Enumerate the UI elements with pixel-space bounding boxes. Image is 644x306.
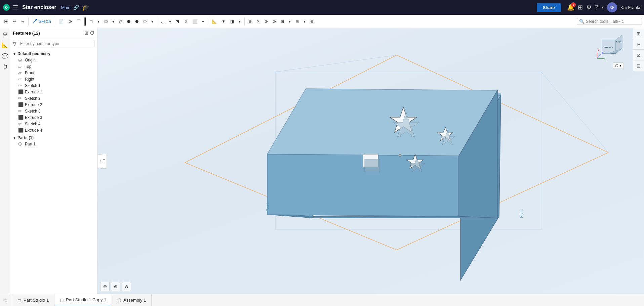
tree-item-label: Extrude 4 — [25, 128, 42, 133]
svg-text:Right: Right — [616, 40, 621, 43]
side-history-icon[interactable]: ⏱ — [1, 63, 9, 72]
onshape-logo[interactable]: O — [3, 4, 10, 11]
solid-button[interactable]: ◻ — [87, 18, 95, 25]
share-button[interactable]: Share — [537, 3, 561, 12]
select-button[interactable]: ⊕ — [246, 18, 254, 25]
fillet-button[interactable]: ◡ — [159, 18, 166, 25]
filter-input[interactable] — [18, 40, 94, 47]
plane-icon: ▱ — [18, 77, 24, 82]
display-dropdown[interactable]: ▾ — [237, 18, 243, 25]
circle-button[interactable]: ⊙ — [67, 18, 74, 25]
loft-button[interactable]: ⬟ — [133, 18, 140, 25]
measure-button[interactable]: 📐 — [210, 18, 219, 25]
notification-icon[interactable]: 🔔 1 — [567, 4, 574, 11]
side-cursor-icon[interactable]: ⊕ — [1, 30, 8, 39]
bl-icon-1[interactable]: ⊛ — [100, 282, 110, 291]
panel-icon-clock[interactable]: ⏱ — [90, 30, 94, 36]
settings-icon[interactable]: ⚙ — [586, 4, 592, 11]
user-avatar[interactable]: KF — [607, 2, 617, 12]
tree-item-label: Extrude 3 — [25, 115, 42, 120]
shell-button[interactable]: ⬠ — [141, 18, 149, 25]
tree-item-label: Top — [25, 64, 31, 69]
tab-part-studio-copy[interactable]: ◻ Part Studio 1 Copy 1 — [54, 294, 112, 306]
tree-item-part1[interactable]: ⬡ Part 1 — [10, 141, 97, 147]
tree-item-top[interactable]: ▱ Top — [10, 63, 97, 70]
right-tool-4[interactable]: ⊡ — [633, 60, 644, 71]
panel-icon-add[interactable]: ⊞ — [84, 30, 88, 36]
sketch-icon: ✏ — [18, 108, 24, 114]
arc-button[interactable]: ⌒ — [75, 17, 83, 26]
tree-item-origin[interactable]: ◎ Origin — [10, 57, 97, 63]
draft-button[interactable]: ⧬ — [182, 18, 190, 25]
branch-label[interactable]: Main — [61, 5, 70, 10]
undo-button[interactable]: ↩ — [11, 18, 18, 25]
sweep-button[interactable]: ⬢ — [125, 18, 132, 25]
right-tool-2[interactable]: ⊟ — [633, 39, 644, 50]
view-button[interactable]: 👁 — [219, 18, 228, 25]
fillet-dropdown[interactable]: ▾ — [167, 18, 173, 25]
view-dropdown[interactable]: ⬡ ▾ — [613, 62, 624, 69]
mirror-button[interactable]: ⊟ — [293, 18, 301, 25]
tab-add-button[interactable]: + — [0, 294, 12, 306]
feature-tree: ▼ Default geometry ◎ Origin ▱ Top ▱ Fron… — [10, 49, 97, 294]
crosshair-button[interactable]: ⊕ — [308, 18, 316, 25]
viewport[interactable]: Front Right Bottom Right Front Y X Z — [97, 28, 644, 294]
right-tool-3[interactable]: ⊠ — [633, 50, 644, 60]
filter-row: ▽ — [10, 38, 97, 49]
shell-dropdown[interactable]: ▾ — [149, 18, 155, 25]
mate-button[interactable]: ⊛ — [263, 18, 270, 25]
graduate-icon[interactable]: 🎓 — [82, 4, 89, 11]
search-tools-input[interactable] — [586, 19, 640, 24]
tree-item-extrude1[interactable]: ⬛ Extrude 1 — [10, 89, 97, 95]
side-comment-icon[interactable]: 💬 — [0, 52, 10, 61]
help-icon[interactable]: ? — [595, 4, 598, 11]
panel-collapse-button[interactable]: ‹ — [97, 155, 103, 168]
tree-group-default-geometry[interactable]: ▼ Default geometry — [10, 51, 97, 57]
tree-item-extrude3[interactable]: ⬛ Extrude 3 — [10, 114, 97, 121]
search-tools[interactable]: 🔍 — [577, 18, 642, 25]
tree-group-parts[interactable]: ▼ Parts (1) — [10, 135, 97, 141]
extrude-icon: ⬛ — [18, 89, 24, 94]
tree-item-sketch3[interactable]: ✏ Sketch 3 — [10, 108, 97, 114]
grid-icon[interactable]: ⊞ — [578, 4, 583, 11]
pattern-dropdown[interactable]: ▾ — [287, 18, 293, 25]
tools-menu-button[interactable]: ⊞ — [2, 17, 10, 26]
revolve-button[interactable]: ◷ — [117, 18, 124, 25]
navigation-cube[interactable]: Bottom Right Front Y X Z — [594, 32, 624, 62]
mirror-dropdown[interactable]: ▾ — [301, 18, 308, 25]
extrude-button[interactable]: ⬡ — [102, 18, 110, 25]
display-button[interactable]: ◨ — [228, 18, 236, 25]
tree-item-front[interactable]: ▱ Front — [10, 70, 97, 76]
document-title: Star encloser — [22, 4, 56, 10]
chamfer-button[interactable]: ◥ — [174, 18, 181, 25]
tree-item-extrude2[interactable]: ⬛ Extrude 2 — [10, 101, 97, 108]
bl-icon-3[interactable]: ⊝ — [122, 282, 131, 291]
tree-item-sketch4[interactable]: ✏ Sketch 4 — [10, 121, 97, 127]
delete-button[interactable]: ✕ — [254, 18, 262, 25]
redo-button[interactable]: ↪ — [19, 18, 27, 25]
help-dropdown-icon[interactable]: ▾ — [602, 5, 604, 10]
sketch-button[interactable]: Sketch — [30, 17, 53, 26]
tab-assembly-icon: ⬡ — [117, 298, 121, 303]
pattern-button[interactable]: ⊞ — [279, 18, 286, 25]
tree-item-label: Sketch 3 — [25, 109, 41, 114]
tree-item-right[interactable]: ▱ Right — [10, 76, 97, 82]
solid-dropdown[interactable]: ▾ — [95, 18, 102, 25]
extrude-dropdown[interactable]: ▾ — [110, 18, 116, 25]
hollow-dropdown[interactable]: ▾ — [200, 18, 206, 25]
bl-icon-2[interactable]: ⊜ — [111, 282, 120, 291]
side-measure-icon[interactable]: 📐 — [0, 41, 10, 50]
new-button[interactable]: 📄 — [57, 18, 66, 25]
tree-item-extrude4[interactable]: ⬛ Extrude 4 — [10, 127, 97, 133]
hollow-button[interactable]: ⬜ — [190, 18, 199, 25]
separator-2 — [55, 17, 55, 26]
hamburger-icon[interactable]: ☰ — [13, 4, 18, 11]
mate2-button[interactable]: ⊜ — [271, 18, 278, 25]
right-tool-1[interactable]: ⊞ — [633, 28, 644, 39]
tab-assembly-1[interactable]: ⬡ Assembly 1 — [112, 294, 152, 306]
link-icon[interactable]: 🔗 — [73, 5, 79, 10]
tab-part-studio-1[interactable]: ◻ Part Studio 1 — [12, 294, 54, 306]
tree-item-sketch1[interactable]: ✏ Sketch 1 — [10, 82, 97, 89]
group-label: Default geometry — [17, 51, 50, 56]
tree-item-sketch2[interactable]: ✏ Sketch 2 — [10, 95, 97, 101]
